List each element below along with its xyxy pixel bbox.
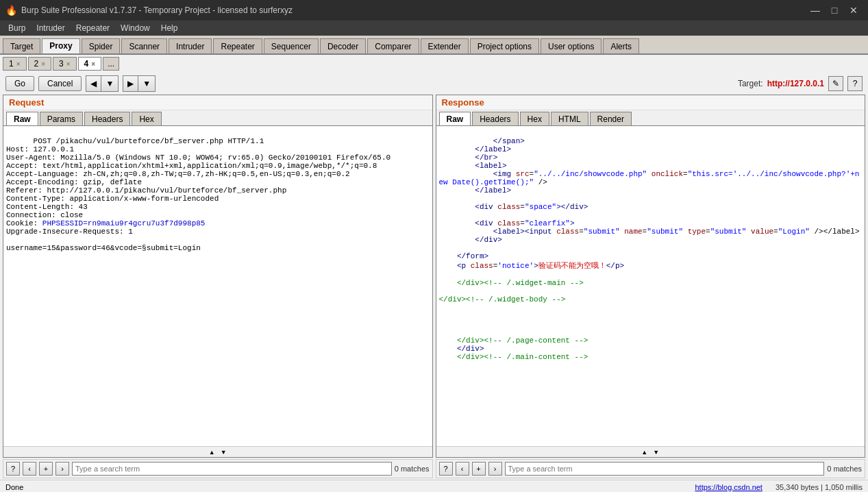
request-scroll-up[interactable]: ▲: [206, 449, 218, 456]
tab-spider[interactable]: Spider: [82, 38, 121, 53]
cancel-button[interactable]: Cancel: [38, 76, 82, 91]
repeater-tab-3-close[interactable]: ×: [66, 60, 71, 68]
search-bars: ? ‹ + › 0 matches ? ‹ + › 0 matches: [0, 458, 868, 480]
response-tab-html[interactable]: HTML: [551, 112, 588, 125]
request-search-bar: ? ‹ + › 0 matches: [3, 459, 433, 478]
menu-help[interactable]: Help: [156, 21, 184, 36]
maximize-button[interactable]: □: [826, 3, 843, 18]
tab-comparer[interactable]: Comparer: [367, 38, 419, 53]
request-search-matches: 0 matches: [395, 465, 430, 473]
repeater-tab-2-close[interactable]: ×: [41, 60, 45, 68]
minimize-button[interactable]: —: [806, 3, 824, 18]
request-panel-title: Request: [3, 95, 432, 110]
request-tab-headers[interactable]: Headers: [84, 112, 130, 125]
response-scroll-down[interactable]: ▼: [650, 449, 662, 456]
cookie-value: PHPSESSID=rn9maiu9r4gcru7u3f7d998p85: [42, 219, 206, 227]
response-search-input[interactable]: [505, 462, 825, 476]
response-tab-render[interactable]: Render: [590, 112, 632, 125]
response-scroll-up[interactable]: ▲: [638, 449, 650, 456]
back-dropdown-button[interactable]: ▼: [101, 76, 118, 91]
request-tabs: Raw Params Headers Hex: [3, 110, 432, 126]
repeater-tab-1-close[interactable]: ×: [16, 60, 21, 68]
menu-repeater[interactable]: Repeater: [71, 21, 115, 36]
tab-scanner[interactable]: Scanner: [121, 38, 167, 53]
tab-project-options[interactable]: Project options: [470, 38, 539, 53]
response-tab-headers[interactable]: Headers: [472, 112, 518, 125]
forward-nav-group: ▶ ▼: [123, 75, 156, 92]
back-nav-group: ◀ ▼: [86, 75, 119, 92]
repeater-tab-4-label: 4: [84, 59, 89, 69]
status-time: 1,050 millis: [825, 483, 863, 491]
menu-burp[interactable]: Burp: [3, 21, 31, 36]
repeater-tab-4-close[interactable]: ×: [91, 60, 95, 68]
title-bar: 🔥 Burp Suite Professional v1.7.37 - Temp…: [0, 0, 868, 21]
repeater-tab-2[interactable]: 2 ×: [28, 57, 52, 71]
close-button[interactable]: ✕: [845, 3, 863, 18]
target-info: Target: http://127.0.0.1 ✎ ?: [738, 76, 863, 91]
tab-intruder[interactable]: Intruder: [169, 38, 212, 53]
back-button[interactable]: ◀: [86, 76, 101, 91]
tab-extender[interactable]: Extender: [421, 38, 469, 53]
target-url: http://127.0.0.1: [767, 79, 824, 88]
request-scroll-down[interactable]: ▼: [218, 449, 230, 456]
response-help-button[interactable]: ?: [439, 462, 453, 476]
status-url: https://blog.csdn.net: [695, 483, 762, 491]
tab-target[interactable]: Target: [3, 38, 40, 53]
splitter-layout: Request Raw Params Headers Hex POST /pik…: [0, 95, 868, 458]
repeater-tabs-bar: 1 × 2 × 3 × 4 × ...: [0, 55, 868, 73]
repeater-tab-1[interactable]: 1 ×: [3, 57, 27, 71]
response-text: </span> </label> </br> <label> <img src=…: [439, 137, 860, 236]
toolbar: Go Cancel ◀ ▼ ▶ ▼ Target: http://127.0.0…: [0, 73, 868, 95]
response-content[interactable]: </span> </label> </br> <label> <img src=…: [436, 126, 865, 446]
response-search-bar: ? ‹ + › 0 matches: [436, 459, 866, 478]
request-help-button[interactable]: ?: [6, 462, 20, 476]
status-right: https://blog.csdn.net 35,340 bytes | 1,0…: [695, 483, 863, 491]
response-tab-raw[interactable]: Raw: [439, 112, 471, 125]
response-tab-hex[interactable]: Hex: [520, 112, 549, 125]
request-next-match-button[interactable]: +: [39, 462, 53, 476]
repeater-tab-more[interactable]: ...: [103, 57, 119, 71]
menu-bar: Burp Intruder Repeater Window Help: [0, 21, 868, 36]
response-panel: Response Raw Headers Hex HTML Render </s…: [436, 95, 866, 458]
request-panel: Request Raw Params Headers Hex POST /pik…: [3, 95, 433, 458]
repeater-tab-3-label: 3: [59, 59, 64, 69]
response-tabs: Raw Headers Hex HTML Render: [436, 110, 865, 126]
forward-button[interactable]: ▶: [123, 76, 138, 91]
tab-sequencer[interactable]: Sequencer: [264, 38, 319, 53]
request-content[interactable]: POST /pikachu/vul/burteforce/bf_server.p…: [3, 126, 432, 446]
target-label-text: Target:: [738, 79, 763, 88]
main-tabs: Target Proxy Spider Scanner Intruder Rep…: [0, 36, 868, 55]
repeater-tab-3[interactable]: 3 ×: [53, 57, 77, 71]
menu-intruder[interactable]: Intruder: [31, 21, 70, 36]
request-prev-button[interactable]: ‹: [23, 462, 36, 476]
response-next-match-button[interactable]: +: [472, 462, 486, 476]
tab-alerts[interactable]: Alerts: [603, 38, 639, 53]
title-text: Burp Suite Professional v1.7.37 - Tempor…: [21, 5, 293, 15]
menu-window[interactable]: Window: [115, 21, 156, 36]
response-prev-button[interactable]: ‹: [456, 462, 469, 476]
help-button[interactable]: ?: [847, 76, 863, 91]
request-tab-raw[interactable]: Raw: [6, 112, 38, 125]
request-text: POST /pikachu/vul/burteforce/bf_server.p…: [6, 137, 390, 252]
forward-dropdown-button[interactable]: ▼: [138, 76, 155, 91]
repeater-tab-4[interactable]: 4 ×: [78, 57, 102, 71]
tab-user-options[interactable]: User options: [541, 38, 602, 53]
repeater-tab-2-label: 2: [34, 59, 39, 69]
request-search-input[interactable]: [72, 462, 392, 476]
tab-decoder[interactable]: Decoder: [320, 38, 366, 53]
response-next-button[interactable]: ›: [488, 462, 502, 476]
status-size: 35,340 bytes: [776, 483, 819, 491]
request-next-button[interactable]: ›: [55, 462, 69, 476]
status-text: Done: [5, 483, 23, 491]
app-icon: 🔥: [5, 5, 17, 16]
response-search-matches: 0 matches: [827, 465, 862, 473]
status-bar: Done https://blog.csdn.net 35,340 bytes …: [0, 480, 868, 492]
tab-repeater[interactable]: Repeater: [213, 38, 262, 53]
edit-target-button[interactable]: ✎: [828, 76, 843, 91]
repeater-tab-1-label: 1: [9, 59, 14, 69]
tab-proxy[interactable]: Proxy: [42, 38, 79, 53]
request-tab-params[interactable]: Params: [40, 112, 83, 125]
response-panel-title: Response: [436, 95, 865, 110]
go-button[interactable]: Go: [5, 76, 34, 91]
request-tab-hex[interactable]: Hex: [132, 112, 161, 125]
